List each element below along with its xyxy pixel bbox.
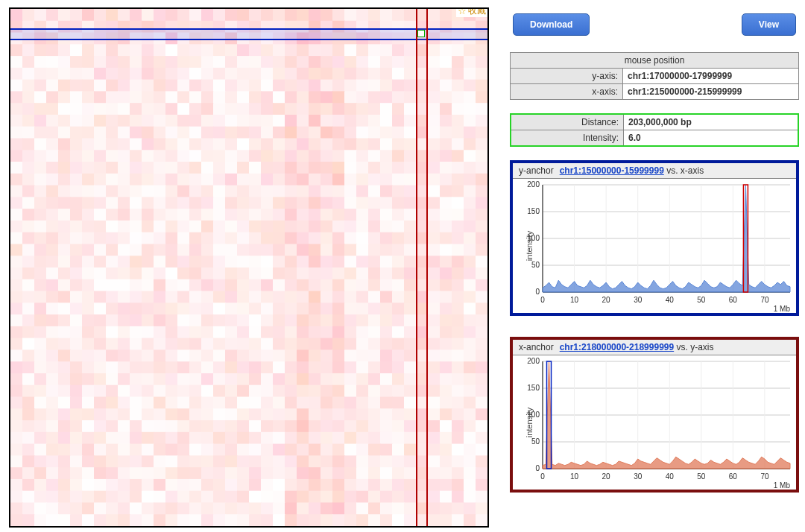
x-anchor-plot: x-anchor chr1:218000000-218999999 vs. y-… [510, 337, 799, 493]
svg-text:50: 50 [697, 472, 706, 481]
y-anchor-label: y-anchor [519, 165, 554, 176]
svg-text:1 Mb: 1 Mb [774, 481, 791, 490]
svg-text:30: 30 [634, 296, 643, 304]
svg-text:50: 50 [531, 437, 540, 446]
svg-text:70: 70 [760, 296, 769, 304]
favorite-label: 收藏 [468, 7, 486, 17]
heatmap[interactable]: ☆ 收藏 [9, 7, 489, 528]
intensity-label: Intensity: [511, 130, 624, 147]
svg-text:60: 60 [729, 296, 738, 304]
svg-text:0: 0 [540, 296, 545, 304]
svg-text:200: 200 [527, 180, 540, 189]
y-axis-label: y-axis: [511, 69, 623, 84]
mouse-position-header: mouse position [511, 53, 799, 69]
y-axis-value: chr1:17000000-17999999 [623, 69, 799, 84]
svg-text:150: 150 [527, 207, 540, 215]
svg-text:40: 40 [666, 296, 675, 304]
svg-text:100: 100 [527, 234, 540, 242]
download-button[interactable]: Download [513, 13, 590, 36]
intensity-value: 6.0 [624, 130, 799, 147]
svg-text:0: 0 [540, 472, 545, 481]
svg-text:0: 0 [535, 288, 540, 296]
svg-text:1 Mb: 1 Mb [774, 305, 791, 313]
x-anchor-plot-body: intensity 0501001502000102030405060701 M… [513, 355, 796, 490]
svg-text:40: 40 [666, 472, 675, 481]
svg-text:20: 20 [602, 472, 611, 481]
distance-label: Distance: [511, 114, 624, 130]
svg-text:150: 150 [527, 384, 540, 392]
svg-text:100: 100 [527, 411, 540, 419]
y-anchor-plot: y-anchor chr1:15000000-15999999 vs. x-ax… [510, 160, 799, 316]
svg-text:200: 200 [527, 357, 540, 365]
x-axis-value: chr1:215000000-215999999 [623, 84, 799, 100]
x-axis-label: x-axis: [511, 84, 623, 100]
svg-text:10: 10 [570, 472, 579, 481]
y-anchor-vs: vs. x-axis [664, 165, 704, 176]
svg-text:70: 70 [760, 472, 769, 481]
svg-text:30: 30 [634, 472, 643, 481]
svg-text:60: 60 [729, 472, 738, 481]
distance-value: 203,000,000 bp [624, 114, 799, 130]
svg-text:50: 50 [697, 296, 706, 304]
mouse-position-table: mouse position y-axis: chr1:17000000-179… [510, 52, 799, 100]
y-anchor-link[interactable]: chr1:15000000-15999999 [560, 165, 664, 176]
heatmap-canvas [10, 9, 487, 526]
y-anchor-plot-body: intensity 0501001502000102030405060701 M… [513, 179, 796, 313]
x-anchor-vs: vs. y-axis [674, 342, 713, 352]
distance-table: Distance: 203,000,000 bp Intensity: 6.0 [510, 113, 799, 147]
x-anchor-link[interactable]: chr1:218000000-218999999 [560, 342, 674, 352]
view-button[interactable]: View [742, 13, 796, 36]
favorite-button[interactable]: ☆ 收藏 [456, 7, 487, 17]
star-icon: ☆ [458, 7, 467, 16]
svg-text:0: 0 [535, 464, 540, 472]
svg-text:10: 10 [570, 296, 579, 304]
svg-text:20: 20 [602, 296, 611, 304]
x-anchor-label: x-anchor [519, 342, 554, 352]
svg-text:50: 50 [531, 261, 540, 269]
